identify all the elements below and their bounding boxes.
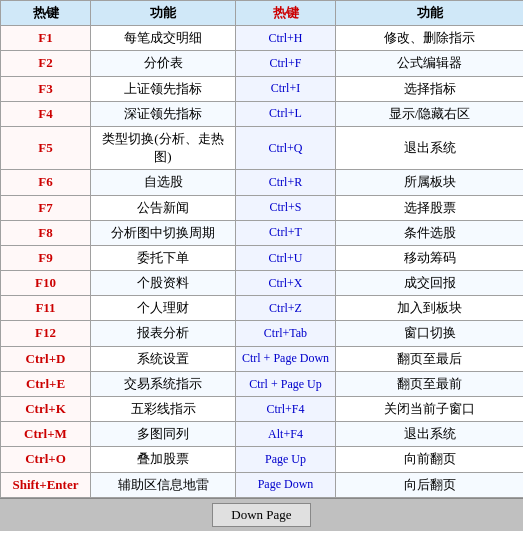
func1-cell: 系统设置: [91, 346, 236, 371]
func1-cell: 上证领先指标: [91, 76, 236, 101]
func2-cell: 向前翻页: [336, 447, 524, 472]
func2-cell: 选择股票: [336, 195, 524, 220]
header-func2: 功能: [336, 1, 524, 26]
hotkey1-cell: F3: [1, 76, 91, 101]
hotkey1-cell: F9: [1, 245, 91, 270]
func2-cell: 翻页至最后: [336, 346, 524, 371]
hotkey2-cell: Ctrl+R: [236, 170, 336, 195]
hotkey2-cell: Page Up: [236, 447, 336, 472]
hotkey2-cell: Ctrl+Q: [236, 126, 336, 169]
func2-cell: 退出系统: [336, 422, 524, 447]
func2-cell: 条件选股: [336, 220, 524, 245]
func2-cell: 窗口切换: [336, 321, 524, 346]
hotkey2-cell: Ctrl+I: [236, 76, 336, 101]
func1-cell: 分价表: [91, 51, 236, 76]
hotkey2-cell: Alt+F4: [236, 422, 336, 447]
hotkey2-cell: Ctrl+L: [236, 101, 336, 126]
hotkey2-cell: Ctrl+S: [236, 195, 336, 220]
hotkey2-cell: Page Down: [236, 472, 336, 497]
func2-cell: 显示/隐藏右区: [336, 101, 524, 126]
func2-cell: 修改、删除指示: [336, 26, 524, 51]
func1-cell: 委托下单: [91, 245, 236, 270]
func2-cell: 成交回报: [336, 271, 524, 296]
func1-cell: 多图同列: [91, 422, 236, 447]
hotkey1-cell: F12: [1, 321, 91, 346]
func1-cell: 每笔成交明细: [91, 26, 236, 51]
hotkey2-cell: Ctrl+X: [236, 271, 336, 296]
hotkey2-cell: Ctrl+Z: [236, 296, 336, 321]
func1-cell: 分析图中切换周期: [91, 220, 236, 245]
func1-cell: 报表分析: [91, 321, 236, 346]
down-page-button[interactable]: Down Page: [212, 503, 310, 527]
func1-cell: 个人理财: [91, 296, 236, 321]
hotkey2-cell: Ctrl+H: [236, 26, 336, 51]
func2-cell: 关闭当前子窗口: [336, 397, 524, 422]
func2-cell: 选择指标: [336, 76, 524, 101]
hotkey2-cell: Ctrl+F: [236, 51, 336, 76]
hotkey2-cell: Ctrl+U: [236, 245, 336, 270]
header-hotkey2: 热键: [236, 1, 336, 26]
hotkey2-cell: Ctrl+T: [236, 220, 336, 245]
func1-cell: 交易系统指示: [91, 371, 236, 396]
hotkey1-cell: Ctrl+M: [1, 422, 91, 447]
hotkey1-cell: F6: [1, 170, 91, 195]
func1-cell: 叠加股票: [91, 447, 236, 472]
func2-cell: 公式编辑器: [336, 51, 524, 76]
func1-cell: 深证领先指标: [91, 101, 236, 126]
func2-cell: 翻页至最前: [336, 371, 524, 396]
hotkey2-cell: Ctrl + Page Up: [236, 371, 336, 396]
hotkey1-cell: F11: [1, 296, 91, 321]
hotkey1-cell: Ctrl+K: [1, 397, 91, 422]
func1-cell: 个股资料: [91, 271, 236, 296]
hotkey1-cell: F5: [1, 126, 91, 169]
func1-cell: 辅助区信息地雷: [91, 472, 236, 497]
func1-cell: 类型切换(分析、走热图): [91, 126, 236, 169]
hotkey1-cell: Ctrl+O: [1, 447, 91, 472]
hotkey2-cell: Ctrl+F4: [236, 397, 336, 422]
bottom-bar: Down Page: [0, 498, 523, 531]
header-hotkey1: 热键: [1, 1, 91, 26]
hotkey1-cell: F7: [1, 195, 91, 220]
hotkey1-cell: F1: [1, 26, 91, 51]
func1-cell: 公告新闻: [91, 195, 236, 220]
func2-cell: 加入到板块: [336, 296, 524, 321]
func1-cell: 五彩线指示: [91, 397, 236, 422]
func2-cell: 退出系统: [336, 126, 524, 169]
hotkey1-cell: Shift+Enter: [1, 472, 91, 497]
hotkey1-cell: F10: [1, 271, 91, 296]
hotkey1-cell: F2: [1, 51, 91, 76]
hotkey2-cell: Ctrl+Tab: [236, 321, 336, 346]
hotkey2-cell: Ctrl + Page Down: [236, 346, 336, 371]
func2-cell: 移动筹码: [336, 245, 524, 270]
hotkey1-cell: F8: [1, 220, 91, 245]
func2-cell: 向后翻页: [336, 472, 524, 497]
header-func1: 功能: [91, 1, 236, 26]
hotkey1-cell: Ctrl+D: [1, 346, 91, 371]
func2-cell: 所属板块: [336, 170, 524, 195]
hotkey1-cell: F4: [1, 101, 91, 126]
func1-cell: 自选股: [91, 170, 236, 195]
hotkey1-cell: Ctrl+E: [1, 371, 91, 396]
